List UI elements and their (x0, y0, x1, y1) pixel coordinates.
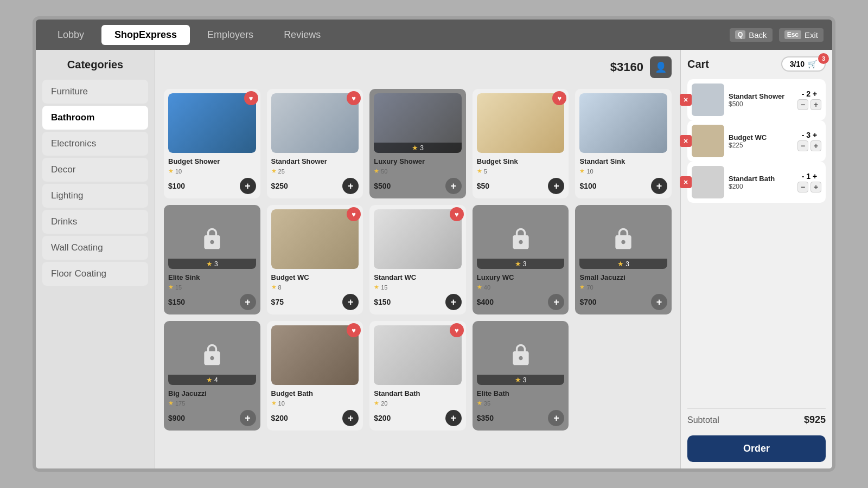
cart-count-badge: 3/10 🛒 3 (781, 56, 826, 72)
tab-reviews[interactable]: Reviews (271, 25, 334, 45)
add-to-cart-button[interactable]: + (342, 410, 359, 426)
add-to-cart-button[interactable]: + (651, 178, 667, 194)
back-button[interactable]: Q Back (730, 28, 773, 42)
product-name: Budget Sink (477, 157, 565, 165)
fav-button[interactable]: ♥ (450, 207, 464, 221)
add-to-cart-button[interactable]: + (240, 178, 256, 194)
sidebar-item-wall-coating[interactable]: Wall Coating (42, 236, 148, 260)
product-stars: ★40 (477, 284, 565, 291)
product-stars: ★10 (168, 168, 256, 175)
user-icon-button[interactable]: 👤 (650, 56, 672, 78)
sidebar-item-drinks[interactable]: Drinks (42, 210, 148, 234)
sidebar-item-bathroom[interactable]: Bathroom (42, 106, 148, 130)
product-image (271, 93, 359, 153)
qty-minus-button[interactable]: − (797, 99, 808, 110)
fav-button[interactable]: ♥ (450, 323, 464, 337)
qty-value: - 2 + (802, 89, 817, 98)
order-button[interactable]: Order (687, 435, 826, 462)
product-name: Elite Sink (168, 273, 256, 281)
cart-item-qty: - 3 + − + (797, 131, 821, 151)
product-footer: $500 + (374, 178, 462, 194)
fav-button[interactable]: ♥ (244, 91, 258, 105)
exit-button[interactable]: Esc Exit (779, 28, 824, 42)
product-name: Standart Shower (271, 157, 359, 165)
cart-header: Cart 3/10 🛒 3 (687, 56, 826, 72)
cart-item-qty: - 1 + − + (797, 172, 821, 192)
add-to-cart-button[interactable]: + (240, 294, 256, 310)
cart-remove-button[interactable]: × (680, 94, 692, 106)
tab-lobby[interactable]: Lobby (44, 25, 97, 45)
sidebar-item-electronics[interactable]: Electronics (42, 132, 148, 156)
product-card-standart_sink: Standart Sink ★10 $100 + (575, 89, 672, 198)
star-overlay: ★3 (579, 259, 667, 269)
product-footer: $900 + (168, 410, 256, 426)
cart-item-budget_wc: × Budget WC $225 - 3 + − + (687, 120, 826, 162)
qty-plus-button[interactable]: + (810, 182, 821, 192)
cart-item-name: Budget WC (729, 133, 793, 142)
sidebar-item-lighting[interactable]: Lighting (42, 184, 148, 208)
product-image (271, 209, 359, 269)
product-footer: $100 + (168, 178, 256, 194)
add-to-cart-button[interactable]: + (651, 294, 667, 310)
add-to-cart-button[interactable]: + (445, 410, 462, 426)
fav-button[interactable]: ♥ (347, 207, 361, 221)
fav-button[interactable]: ♥ (347, 323, 361, 337)
qty-plus-button[interactable]: + (810, 99, 821, 110)
product-stars: ★35 (477, 400, 565, 407)
back-label: Back (749, 30, 767, 40)
product-price: $250 (271, 182, 288, 190)
product-price: $75 (271, 298, 284, 306)
fav-button[interactable]: ♥ (347, 91, 361, 105)
product-card-budget_shower: ♥ Budget Shower ★10 $100 + (164, 89, 260, 198)
cart-item-image (692, 84, 724, 116)
add-to-cart-button[interactable]: + (548, 294, 564, 310)
product-card-budget_wc: ♥ Budget WC ★8 $75 + (267, 205, 363, 314)
product-name: Budget WC (271, 273, 359, 281)
add-to-cart-button[interactable]: + (445, 178, 462, 194)
cart-remove-button[interactable]: × (680, 176, 692, 188)
cart-panel: Cart 3/10 🛒 3 × Standart Shower $500 - 2… (680, 50, 832, 468)
add-to-cart-button[interactable]: + (240, 410, 256, 426)
product-image (271, 325, 359, 385)
add-to-cart-button[interactable]: + (342, 178, 359, 194)
sidebar-item-decor[interactable]: Decor (42, 158, 148, 182)
product-card-standart_wc: ♥ Standart WC ★15 $150 + (369, 205, 466, 314)
qty-minus-button[interactable]: − (797, 140, 808, 151)
product-card-luxury_wc: ★3 Luxury WC ★40 $400 + (473, 205, 569, 314)
product-footer: $350 + (477, 410, 565, 426)
product-footer: $150 + (374, 294, 462, 310)
add-to-cart-button[interactable]: + (342, 294, 359, 310)
fav-button[interactable]: ♥ (552, 91, 566, 105)
add-to-cart-button[interactable]: + (548, 410, 564, 426)
cart-item-name: Standart Bath (729, 175, 793, 183)
star-overlay: ★4 (168, 375, 256, 385)
product-card-budget_bath: ♥ Budget Bath ★10 $200 + (267, 321, 363, 431)
star-overlay: ★3 (374, 143, 462, 153)
sidebar-item-furniture[interactable]: Furniture (42, 80, 148, 104)
qty-controls: − + (797, 182, 821, 192)
qty-plus-button[interactable]: + (810, 140, 821, 151)
product-image (579, 93, 667, 153)
product-stars: ★10 (579, 168, 667, 175)
cart-item-price: $500 (729, 100, 793, 108)
cart-icon: 🛒 (808, 60, 817, 68)
add-to-cart-button[interactable]: + (445, 294, 462, 310)
cart-item-info: Budget WC $225 (729, 133, 793, 149)
product-card-standart_shower: ♥ Standart Shower ★25 $250 + (267, 89, 363, 198)
product-card-luxury_shower: ★3 Luxury Shower ★50 $500 + (369, 89, 466, 198)
tab-shopexpress[interactable]: ShopExpress (101, 25, 190, 45)
qty-minus-button[interactable]: − (797, 182, 808, 192)
tab-employers[interactable]: Employers (194, 25, 266, 45)
cart-remove-button[interactable]: × (680, 135, 692, 147)
sidebar-item-floor-coating[interactable]: Floor Coating (42, 262, 148, 286)
product-footer: $250 + (271, 178, 359, 194)
product-name: Budget Shower (168, 157, 256, 165)
product-grid-wrap: ♥ Budget Shower ★10 $100 + ♥ Standart Sh… (155, 85, 680, 468)
product-name: Budget Bath (271, 389, 359, 397)
product-footer: $75 + (271, 294, 359, 310)
product-footer: $200 + (271, 410, 359, 426)
product-name: Standart Bath (374, 389, 462, 397)
nav-right: Q Back Esc Exit (730, 28, 824, 42)
add-to-cart-button[interactable]: + (548, 178, 564, 194)
star-overlay: ★3 (168, 259, 256, 269)
